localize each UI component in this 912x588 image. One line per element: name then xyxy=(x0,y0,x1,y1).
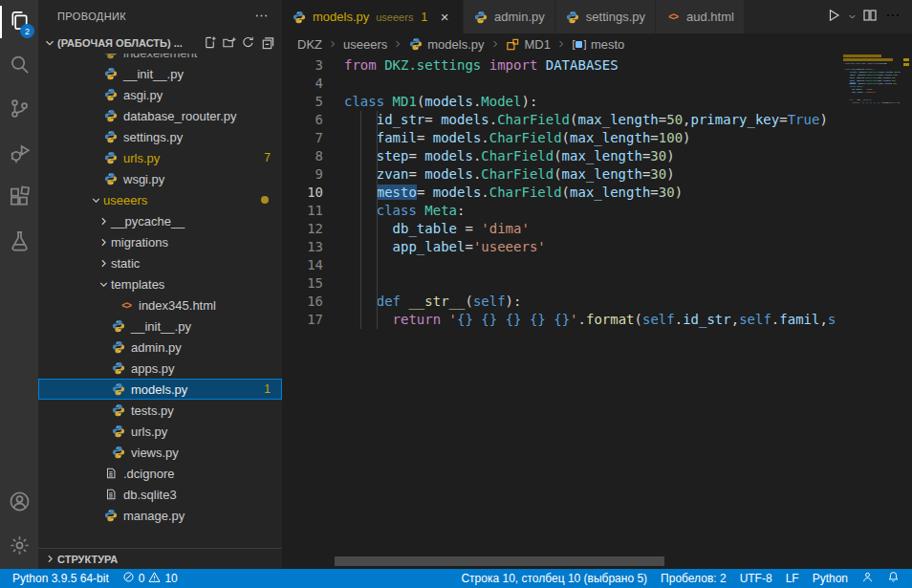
new-folder-button[interactable] xyxy=(219,33,238,53)
feedback-icon xyxy=(861,571,874,586)
tree-item[interactable]: urls.py xyxy=(38,421,282,442)
status-language-mode[interactable]: Python xyxy=(806,569,855,588)
chevron-down-icon xyxy=(847,9,858,26)
tree-item[interactable]: tests.py xyxy=(38,400,282,421)
tree-item[interactable]: asgi.py xyxy=(38,84,282,105)
python-file-icon xyxy=(111,360,126,376)
more-actions-button[interactable] xyxy=(881,5,904,30)
status-cursor-position[interactable]: Строка 10, столбец 10 (выбрано 5) xyxy=(454,569,654,588)
tree-item[interactable]: __pycache__ xyxy=(38,210,282,231)
code-line[interactable]: 8 step= models.CharField(max_length=30) xyxy=(282,147,841,165)
tree-item[interactable]: migrations xyxy=(38,231,282,252)
tree-item[interactable]: wsgi.py xyxy=(38,168,282,189)
code-line[interactable]: 10 mesto= models.CharField(max_length=30… xyxy=(282,184,841,202)
editor-tab[interactable]: admin.py xyxy=(464,0,555,33)
tree-item-label: index345.html xyxy=(139,298,216,313)
breadcrumb-item[interactable]: []mesto xyxy=(572,36,624,52)
workspace-section-header[interactable]: (РАБОЧАЯ ОБЛАСТЬ) ... xyxy=(38,33,282,54)
tree-item[interactable]: <>index345.html xyxy=(38,294,282,316)
code-line[interactable]: 16 def __str__(self): xyxy=(282,293,841,311)
code-line[interactable]: 7 famil= models.CharField(max_length=100… xyxy=(282,129,841,147)
activity-item-search[interactable] xyxy=(0,44,38,88)
tree-item[interactable]: admin.py xyxy=(38,337,282,358)
warning-count: 10 xyxy=(164,572,177,585)
explorer-title-actions xyxy=(251,7,271,26)
breadcrumb-item[interactable]: DKZ xyxy=(297,37,322,52)
refresh-icon xyxy=(241,35,255,52)
breadcrumb: DKZuseeersmodels.pyMD1[]mesto xyxy=(282,33,912,54)
run-button[interactable] xyxy=(822,5,845,30)
code-line[interactable]: 15 xyxy=(282,274,841,293)
status-problems[interactable]: 010 xyxy=(116,569,185,588)
refresh-button[interactable] xyxy=(238,33,257,53)
code-line[interactable]: 3from DKZ.settings import DATABASES xyxy=(282,56,841,75)
tree-item[interactable]: models.py1 xyxy=(38,379,282,400)
tree-item-label: wsgi.py xyxy=(123,172,164,186)
split-editor-button[interactable] xyxy=(858,5,881,30)
outline-section-header[interactable]: СТРУКТУРА xyxy=(38,548,282,569)
views-more-button[interactable] xyxy=(251,7,271,26)
breadcrumb-item[interactable]: models.py xyxy=(408,36,484,52)
collapse-all-button[interactable] xyxy=(257,33,276,53)
tree-item[interactable]: .dcignore xyxy=(38,463,282,484)
code-line[interactable]: 4 xyxy=(282,75,841,93)
status-python-version[interactable]: Python 3.9.5 64-bit xyxy=(6,569,116,588)
tree-item[interactable]: db.sqlite3 xyxy=(38,484,282,505)
tree-item[interactable]: indexelement xyxy=(38,54,282,63)
ellipsis-icon xyxy=(885,8,901,27)
code-line[interactable]: return '{} {} {} {} {}'.format(self.id_s… xyxy=(841,101,901,104)
code-line[interactable]: 14 xyxy=(282,256,841,274)
minimap[interactable]: from DKZ.settings import DATABASESclass … xyxy=(841,54,901,265)
tree-item[interactable]: urls.py7 xyxy=(38,147,282,168)
code-line[interactable]: 9 zvan= models.CharField(max_length=30) xyxy=(282,165,841,184)
python-file-icon xyxy=(103,508,119,523)
tree-item[interactable]: views.py xyxy=(38,442,282,463)
code-editor[interactable]: 3from DKZ.settings import DATABASES45cla… xyxy=(282,54,912,569)
indent-guide xyxy=(360,111,361,329)
status-indentation[interactable]: Пробелов: 2 xyxy=(654,569,733,588)
editor-tab[interactable]: settings.py xyxy=(555,0,656,33)
tree-item[interactable]: __init__.py xyxy=(38,316,282,337)
activity-item-source-control[interactable] xyxy=(0,88,38,132)
code-line[interactable]: 11 class Meta: xyxy=(282,202,841,220)
tree-item[interactable]: static xyxy=(38,252,282,273)
activity-item-explorer[interactable]: 2 xyxy=(0,0,38,44)
warning-icon xyxy=(148,571,161,586)
code-line[interactable]: 12 db_table = 'dima' xyxy=(282,220,841,238)
code-line[interactable]: 13 app_label='useeers' xyxy=(282,238,841,256)
tree-item[interactable]: database_roouter.py xyxy=(38,105,282,126)
code-line[interactable]: 5class MD1(models.Model): xyxy=(282,93,841,111)
breadcrumb-item[interactable]: useeers xyxy=(343,37,387,52)
activity-item-extensions[interactable] xyxy=(0,176,38,220)
tree-item[interactable]: useeers xyxy=(38,189,282,210)
activity-item-manage[interactable] xyxy=(0,525,38,569)
status-notifications[interactable] xyxy=(880,569,906,588)
horizontal-scrollbar[interactable] xyxy=(335,556,664,566)
status-eol[interactable]: LF xyxy=(779,569,806,588)
editor-tab[interactable]: <>aud.html xyxy=(656,0,745,33)
status-label: LF xyxy=(786,572,799,585)
tree-item[interactable]: __init__.py xyxy=(38,63,282,84)
breadcrumb-item[interactable]: MD1 xyxy=(506,36,551,52)
activity-item-accounts[interactable] xyxy=(0,481,38,525)
code-line[interactable]: 17 return '{} {} {} {} {}'.format(self.i… xyxy=(282,311,841,329)
tree-item-label: __pycache__ xyxy=(111,214,185,229)
status-feedback[interactable] xyxy=(855,569,880,588)
activity-item-run-and-debug[interactable] xyxy=(0,132,38,176)
file-tree: indexelement__init__.pyasgi.pydatabase_r… xyxy=(38,54,282,548)
tree-item[interactable]: apps.py xyxy=(38,358,282,379)
code-line-text: id_str= models.CharField(max_length=50,p… xyxy=(323,111,841,129)
editor-actions xyxy=(822,0,912,33)
close-icon[interactable]: × xyxy=(436,9,453,26)
activity-item-testing[interactable] xyxy=(0,220,38,264)
status-encoding[interactable]: UTF-8 xyxy=(733,569,779,588)
chevron-spacer xyxy=(88,171,103,186)
tree-item[interactable]: manage.py xyxy=(38,505,282,526)
run-options-button[interactable] xyxy=(845,5,858,30)
tree-item[interactable]: settings.py xyxy=(38,126,282,147)
editor-tab[interactable]: models.pyuseeers1× xyxy=(282,0,464,33)
tree-item[interactable]: templates xyxy=(38,273,282,294)
code-line[interactable]: 6 id_str= models.CharField(max_length=50… xyxy=(282,111,841,129)
file-icon xyxy=(103,466,119,481)
new-file-button[interactable] xyxy=(200,33,219,53)
